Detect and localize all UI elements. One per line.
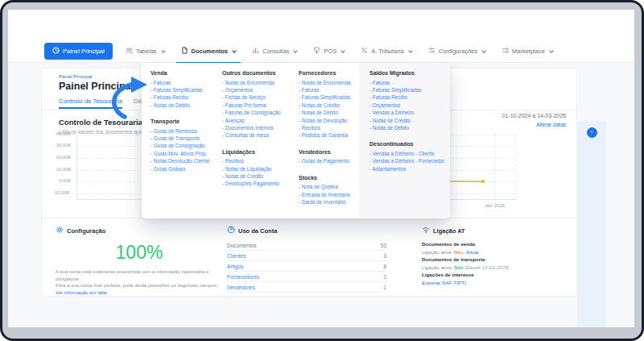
usage-row[interactable]: Fornecedores 2 xyxy=(227,272,386,282)
menu-item[interactable]: Faturas-Recibo xyxy=(369,94,448,101)
menu-item[interactable]: Orçamentos xyxy=(222,86,296,94)
menu-item[interactable]: Notas de Débito xyxy=(369,124,448,131)
menu-item[interactable]: Faturas Simplificadas xyxy=(369,86,448,94)
status-badge: Sim xyxy=(454,264,463,270)
activate-link[interactable]: Ativar xyxy=(466,249,479,255)
nav-item-consultas[interactable]: Consultas xyxy=(244,40,305,63)
nav-label: Tabelas xyxy=(136,48,157,55)
right-sidebar-strip: ‹ xyxy=(577,121,606,327)
app-screen: Painel Principal Tabelas Documentos Cons… xyxy=(8,10,634,327)
menu-item[interactable]: Notas de Liquidação xyxy=(222,165,296,173)
usage-row[interactable]: Artigos 8 xyxy=(227,261,386,272)
sliders-icon xyxy=(428,47,436,56)
menu-section-venda: Venda FaturasFaturas SimplificadasFatura… xyxy=(151,70,220,109)
documentos-dropdown-menu: Venda FaturasFaturas SimplificadasFatura… xyxy=(142,63,450,218)
menu-item[interactable]: Vendas a Dinheiro - Fornecedor xyxy=(369,157,448,164)
chevron-down-icon xyxy=(232,48,237,53)
menu-item[interactable]: Notas de Débito xyxy=(151,102,220,109)
menu-item[interactable]: Fichas de Serviço xyxy=(222,94,296,101)
menu-item[interactable]: Vendas a Dinheiro xyxy=(369,109,448,116)
nav-item-configuracoes[interactable]: Configurações xyxy=(420,40,493,63)
menu-section-liquidacoes: Liquidações RecibosNotas de LiquidaçãoNo… xyxy=(222,149,296,188)
menu-item[interactable]: Guias Globais xyxy=(151,165,220,173)
menu-item[interactable]: Recibos xyxy=(299,124,366,131)
usage-table: Documentos 53 Clientes 3 Artigos 8 xyxy=(227,240,386,293)
menu-item[interactable]: Saída de Inventário xyxy=(299,198,366,206)
menu-item[interactable]: Consultas de mesa xyxy=(222,131,296,139)
collapse-arrow-button[interactable]: ‹ xyxy=(587,127,597,138)
missing-info-link[interactable]: Ver informação em falta xyxy=(56,290,106,295)
nav-item-a-tributaria[interactable]: A. Tributária xyxy=(353,40,419,63)
menu-section-title: Descontinuados xyxy=(369,141,448,147)
menu-item[interactable]: Faturas de Consignação xyxy=(222,109,296,116)
nav-item-documentos[interactable]: Documentos xyxy=(173,40,244,63)
menu-item[interactable]: Nota de Quebra xyxy=(299,183,366,190)
menu-item[interactable]: Guias de Remessa xyxy=(151,127,220,135)
account-usage-section: Uso da Conta Documentos 53 Clientes 3 xyxy=(227,226,386,293)
menu-item[interactable]: Adiantamentos xyxy=(369,165,448,173)
nav-label: POS xyxy=(324,48,336,55)
nav-item-painel-principal[interactable]: Painel Principal xyxy=(44,43,113,60)
nav-label: Documentos xyxy=(192,48,228,55)
menu-section-transporte: Transporte Guias de RemessaGuias de Tran… xyxy=(151,119,220,173)
gridline xyxy=(515,135,516,199)
menu-item[interactable]: Guias Mov. Ativos Próp. xyxy=(151,150,220,157)
menu-item[interactable]: Documentos Internos xyxy=(222,124,296,131)
gear-icon xyxy=(56,226,64,235)
menu-item[interactable]: Vendas a Dinheiro - Cliente xyxy=(369,150,448,157)
usage-row[interactable]: Clientes 3 xyxy=(227,251,386,261)
menu-item[interactable]: Recibos xyxy=(222,157,296,164)
menu-item[interactable]: Notas de Encomenda xyxy=(299,79,366,86)
menu-item[interactable]: Faturas xyxy=(151,79,220,86)
document-icon xyxy=(181,47,188,56)
menu-column-3: Fornecedores Notas de EncomendaFaturasFa… xyxy=(299,70,366,215)
usage-value: 3 xyxy=(383,253,386,259)
menu-section-stocks: Stocks Nota de QuebraEntrada de Inventár… xyxy=(299,175,366,206)
nav-item-tabelas[interactable]: Tabelas xyxy=(118,40,173,63)
menu-column-2: Outros documentos Notas de EncomendaOrça… xyxy=(222,70,296,198)
menu-item[interactable]: Guias de Transporte xyxy=(151,135,220,142)
menu-item[interactable]: Notas de Crédito xyxy=(369,117,448,124)
chevron-down-icon xyxy=(549,48,554,53)
menu-item[interactable]: Faturas xyxy=(369,79,448,86)
menu-item[interactable]: Faturas Simplificadas xyxy=(299,94,366,101)
at-connection-section: Ligação AT Documentos de venda Ligação a… xyxy=(422,226,567,286)
chevron-down-icon xyxy=(294,48,299,53)
nav-label: Consultas xyxy=(262,48,289,55)
menu-item[interactable]: Entrada de Inventário xyxy=(299,191,366,198)
menu-item[interactable]: Notas de Crédito xyxy=(299,102,366,109)
usage-row[interactable]: Vendedores 1 xyxy=(227,282,386,293)
usage-row[interactable]: Documentos 53 xyxy=(227,240,386,251)
menu-item[interactable]: Notas de Devolução xyxy=(299,117,366,124)
menu-item[interactable]: Notas de Encomenda xyxy=(222,79,296,86)
annotation-arrow-icon xyxy=(109,70,157,128)
section-title: Ligação AT xyxy=(433,227,465,235)
status-label: Ligação ativa: xyxy=(422,264,454,270)
nav-item-pos[interactable]: POS xyxy=(305,40,353,63)
menu-item[interactable]: Devoluções Pagamento xyxy=(222,180,296,187)
menu-item[interactable]: Notas Devolução Cliente xyxy=(151,157,220,164)
usage-value: 53 xyxy=(381,243,386,248)
data-point xyxy=(481,180,485,183)
menu-column-1: Venda FaturasFaturas SimplificadasFatura… xyxy=(151,70,220,182)
pie-chart-icon xyxy=(227,226,235,235)
export-saft-link[interactable]: Exportar SAF-T(PT) xyxy=(422,280,466,285)
menu-item[interactable]: Orçamentos xyxy=(369,102,448,109)
menu-item[interactable]: Faturas-Recibo xyxy=(151,94,220,101)
section-title: Configuração xyxy=(67,227,105,235)
menu-item[interactable]: Notas de Crédito xyxy=(222,173,296,180)
nav-item-marketplace[interactable]: Marketplace xyxy=(493,40,561,63)
menu-item[interactable]: Avenças xyxy=(222,117,296,124)
menu-item[interactable]: Guias de Pagamento xyxy=(299,157,366,164)
menu-item[interactable]: Faturas Simplificadas xyxy=(151,86,220,94)
menu-item[interactable]: Faturas Pro forma xyxy=(222,102,296,109)
nav-label: Configurações xyxy=(439,48,477,55)
at-sale-title: Documentos de venda xyxy=(422,240,567,248)
config-description: A sua conta está totalmente preenchida c… xyxy=(56,268,223,296)
menu-item[interactable]: Faturas xyxy=(299,86,366,94)
at-sale-status-line: Ligação ativa: Não Ativar xyxy=(422,248,567,256)
menu-item[interactable]: Pedidos de Garantia xyxy=(299,131,366,139)
menu-item[interactable]: Guias de Consignação xyxy=(151,142,220,149)
at-transport-status-line: Ligação ativa: Sim (Desde 13-03-2025) xyxy=(422,264,567,272)
menu-item[interactable]: Notas de Débito xyxy=(299,109,366,116)
